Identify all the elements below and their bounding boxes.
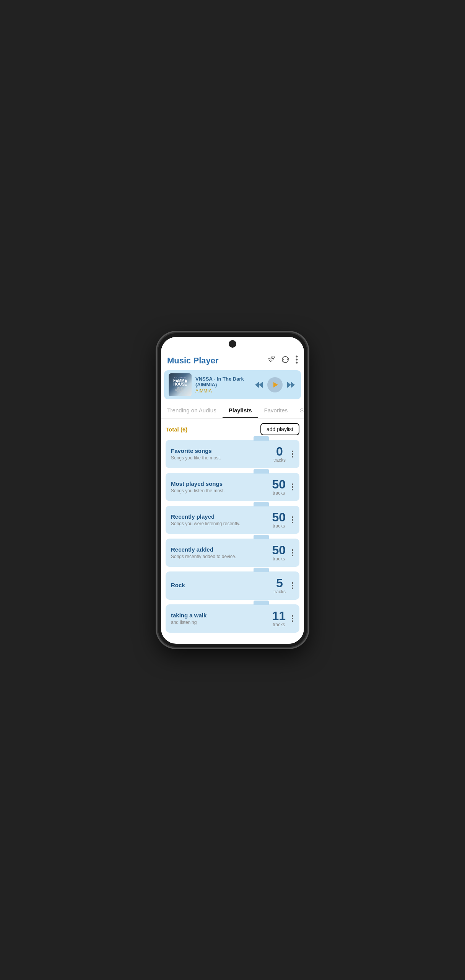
track-count-label-4: tracks: [273, 589, 286, 594]
playlist-tab-2: [254, 502, 269, 506]
track-count-label-5: tracks: [272, 622, 286, 627]
fast-forward-button[interactable]: [286, 380, 296, 389]
total-label: Total (6): [166, 426, 187, 433]
playlist-card-2: Recently played Songs you were listening…: [166, 506, 299, 534]
phone-screen: Music Player i: [161, 337, 304, 644]
track-count-num-0: 0: [273, 445, 286, 457]
track-count-label-2: tracks: [272, 523, 286, 529]
track-count-label-3: tracks: [272, 556, 286, 562]
player-controls: [254, 377, 296, 392]
track-count-num-1: 50: [272, 478, 286, 490]
playlist-name-4: Rock: [171, 582, 273, 588]
track-count-area-3: 50 tracks: [272, 544, 286, 562]
track-count-label-1: tracks: [272, 490, 286, 496]
track-info: VNSSA - In The Dark (AIMMIA) AIMMIA: [195, 376, 250, 394]
svg-point-4: [296, 362, 298, 364]
svg-marker-5: [255, 382, 259, 388]
playlist-card-5: taking a walk and listening 11 tracks: [166, 604, 299, 633]
svg-marker-7: [273, 382, 278, 387]
playlist-name-2: Recently played: [171, 513, 272, 520]
add-playlist-button[interactable]: add playlist: [260, 423, 299, 435]
content-area: Music Player i: [161, 351, 304, 644]
track-artist: AIMMIA: [195, 388, 250, 394]
svg-marker-9: [291, 382, 295, 388]
app-header: Music Player i: [161, 351, 304, 369]
rewind-button[interactable]: [254, 380, 264, 389]
playlist-card-1: Most played songs Songs you listen the m…: [166, 473, 299, 501]
track-count-num-4: 5: [273, 577, 286, 589]
track-count-area-2: 50 tracks: [272, 511, 286, 529]
playlist-name-3: Recently added: [171, 546, 272, 553]
playlist-tab-3: [254, 535, 269, 539]
track-count-label-0: tracks: [273, 457, 286, 463]
svg-point-2: [296, 356, 298, 358]
bottom-space: [166, 637, 299, 644]
playlist-desc-0: Songs you like the most.: [171, 455, 273, 461]
svg-text:i: i: [273, 356, 273, 358]
now-playing-bar: LP GIORNI FEMME HOUSE VNSSA IN THE DARK …: [164, 370, 301, 399]
camera-notch: [229, 340, 236, 348]
wifi-info-icon[interactable]: i: [267, 356, 275, 365]
playlist-card-4: Rock 5 tracks: [166, 571, 299, 600]
section-header: Total (6) add playlist: [166, 423, 299, 435]
playlist-card-3: Recently added Songs recently added to d…: [166, 539, 299, 567]
track-count-area-0: 0 tracks: [273, 445, 286, 463]
playlist-info-5: taking a walk and listening: [171, 612, 272, 625]
tabs-container: Trending on Audius Playlists Favorites S…: [161, 402, 304, 418]
playlist-desc-3: Songs recently added to device.: [171, 554, 272, 559]
track-name: VNSSA - In The Dark (AIMMIA): [195, 376, 250, 387]
playlist-tab-0: [254, 436, 269, 441]
playlist-more-button-0[interactable]: [290, 449, 295, 459]
track-count-num-3: 50: [272, 544, 286, 556]
playlist-desc-1: Songs you listen the most.: [171, 488, 272, 493]
status-bar: [161, 337, 304, 351]
tab-songs[interactable]: Songs: [294, 404, 304, 418]
playlist-more-button-1[interactable]: [290, 482, 295, 492]
playlist-info-1: Most played songs Songs you listen the m…: [171, 480, 272, 493]
playlist-info-2: Recently played Songs you were listening…: [171, 513, 272, 526]
track-count-area-1: 50 tracks: [272, 478, 286, 496]
playlist-desc-2: Songs you were listening recently.: [171, 521, 272, 526]
phone-frame: Music Player i: [158, 333, 307, 647]
playlist-name-1: Most played songs: [171, 480, 272, 487]
tab-playlists[interactable]: Playlists: [223, 404, 258, 418]
refresh-icon[interactable]: [281, 355, 289, 366]
app-title: Music Player: [167, 356, 219, 366]
playlist-info-4: Rock: [171, 582, 273, 589]
svg-marker-6: [259, 382, 263, 388]
playlist-name-5: taking a walk: [171, 612, 272, 619]
header-icons: i: [267, 355, 298, 366]
playlist-tab-1: [254, 469, 269, 474]
tab-trending[interactable]: Trending on Audius: [161, 404, 223, 418]
play-button[interactable]: [267, 377, 283, 392]
playlist-more-button-4[interactable]: [290, 581, 295, 591]
playlist-name-0: Favorite songs: [171, 448, 273, 454]
playlist-info-0: Favorite songs Songs you like the most.: [171, 448, 273, 461]
playlist-card-0: Favorite songs Songs you like the most. …: [166, 440, 299, 468]
playlist-more-button-3[interactable]: [290, 548, 295, 558]
album-art-image: LP GIORNI FEMME HOUSE VNSSA IN THE DARK …: [169, 373, 192, 396]
tab-favorites[interactable]: Favorites: [258, 404, 294, 418]
album-art: LP GIORNI FEMME HOUSE VNSSA IN THE DARK …: [169, 373, 192, 396]
track-count-num-2: 50: [272, 511, 286, 523]
track-count-num-5: 11: [272, 610, 286, 622]
playlists-section: Total (6) add playlist Favorite songs So…: [161, 418, 304, 644]
playlist-more-button-5[interactable]: [290, 614, 295, 623]
track-count-area-4: 5 tracks: [273, 577, 286, 594]
playlist-more-button-2[interactable]: [290, 515, 295, 525]
track-count-area-5: 11 tracks: [272, 610, 286, 627]
playlist-tab-4: [254, 568, 269, 572]
more-options-icon[interactable]: [296, 355, 298, 366]
svg-point-3: [296, 359, 298, 361]
svg-marker-8: [287, 382, 291, 388]
playlist-desc-5: and listening: [171, 620, 272, 625]
playlist-info-3: Recently added Songs recently added to d…: [171, 546, 272, 559]
playlist-tab-5: [254, 601, 269, 605]
